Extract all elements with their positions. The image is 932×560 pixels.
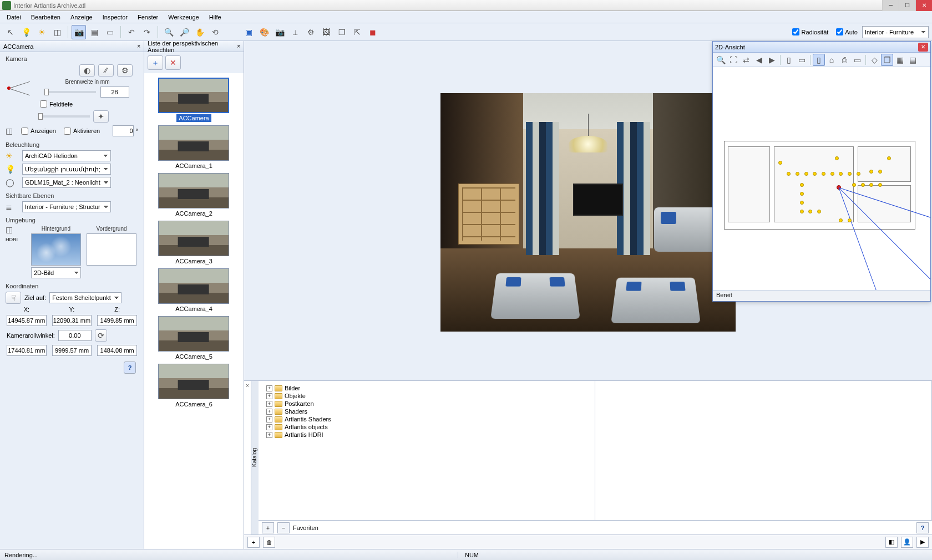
catalog-close-button[interactable]: ×: [244, 381, 251, 534]
view-thumb[interactable]: ACCamera_5: [158, 316, 230, 360]
dof-slider[interactable]: [40, 115, 90, 118]
tool-image[interactable]: 🖼: [319, 25, 333, 39]
view-thumb[interactable]: ACCamera_3: [158, 221, 230, 265]
menu-inspector[interactable]: Inspector: [98, 12, 132, 22]
light-marker[interactable]: [887, 156, 891, 160]
v2d-screen[interactable]: ▭: [851, 54, 863, 66]
view-thumb[interactable]: ACCamera_4: [158, 268, 230, 313]
focal-slider[interactable]: [46, 91, 96, 93]
tool-red[interactable]: ◼: [366, 25, 380, 39]
view2d-close-button[interactable]: ✕: [918, 43, 928, 52]
v2d-prev[interactable]: ◀: [753, 54, 765, 66]
neon-select[interactable]: GDLM15_Mat_2 : Neonlicht; Brick-...: [22, 177, 111, 188]
v2d-top[interactable]: ▯: [813, 54, 825, 66]
window-maximize-button[interactable]: ☐: [899, 0, 915, 11]
light-marker[interactable]: [830, 172, 834, 176]
menu-hilfe[interactable]: Hilfe: [205, 12, 226, 22]
menu-anzeige[interactable]: Anzeige: [66, 12, 97, 22]
tool-zoom-in[interactable]: 🔍: [161, 25, 176, 39]
layers-select[interactable]: Interior - Furniture ; Structural - B...: [22, 201, 111, 212]
tree-item[interactable]: +Artlantis Shaders: [261, 415, 592, 423]
view-thumb[interactable]: ACCamera_1: [158, 125, 230, 170]
light-marker[interactable]: [852, 183, 856, 187]
menu-fenster[interactable]: Fenster: [133, 12, 163, 22]
tree-item[interactable]: +Bilder: [261, 384, 592, 392]
pick-target-button[interactable]: ☟: [6, 292, 21, 304]
light-marker[interactable]: [800, 192, 804, 196]
dof-checkbox[interactable]: [40, 100, 47, 108]
light-marker[interactable]: [861, 183, 865, 187]
timeline-delete-button[interactable]: 🗑: [263, 537, 275, 548]
tree-item[interactable]: +Artlantis HDRI: [261, 431, 592, 439]
v2d-grid[interactable]: ▦: [894, 54, 906, 66]
env-hdri-button[interactable]: HDRI: [6, 236, 26, 242]
light-marker[interactable]: [778, 161, 782, 165]
tool-cube[interactable]: ◫: [50, 25, 64, 39]
light-marker[interactable]: [800, 183, 804, 187]
panel-close-button[interactable]: ×: [237, 43, 240, 49]
tool-zoom-out[interactable]: 🔎: [177, 25, 191, 39]
roll-reset-button[interactable]: ⟳: [95, 329, 107, 342]
target-select[interactable]: Festem Scheitelpunkt: [49, 292, 121, 303]
timeline-person-button[interactable]: 👤: [901, 537, 913, 548]
angle-input[interactable]: [113, 125, 134, 136]
view-thumb[interactable]: ACCamera_2: [158, 173, 230, 217]
delete-view-button[interactable]: ✕: [165, 55, 181, 70]
coord-x1[interactable]: [7, 315, 47, 326]
v2d-next[interactable]: ▶: [766, 54, 778, 66]
env-3d-button[interactable]: ◫: [6, 226, 26, 233]
lightset-select[interactable]: Մեջանցքի լուսամփոփ; Մեջանցք...: [22, 164, 111, 175]
focal-input[interactable]: [100, 86, 129, 98]
tool-batch[interactable]: ❐: [335, 25, 349, 39]
v2d-outline[interactable]: ◇: [868, 54, 880, 66]
heliodon-select[interactable]: ArchiCAD Heliodon: [22, 150, 111, 161]
v2d-link[interactable]: ⇄: [740, 54, 752, 66]
menu-bearbeiten[interactable]: Bearbeiten: [27, 12, 65, 22]
tree-item[interactable]: +Postkarten: [261, 400, 592, 408]
tool-export[interactable]: ⇱: [350, 25, 364, 39]
fav-add-button[interactable]: +: [262, 522, 274, 533]
camera-angle-widget[interactable]: [6, 79, 33, 98]
light-marker[interactable]: [878, 170, 882, 174]
fav-help-button[interactable]: ?: [916, 522, 929, 533]
tool-bulb[interactable]: 💡: [19, 25, 33, 39]
tool-undo[interactable]: ↶: [124, 25, 139, 39]
tool-camera-perspective[interactable]: 📷: [72, 25, 86, 39]
tone-button[interactable]: ◐: [79, 64, 95, 77]
v2d-zoom[interactable]: 🔍: [715, 54, 727, 66]
add-view-button[interactable]: ＋: [148, 55, 163, 70]
tree-item[interactable]: +Artlantis objects: [261, 423, 592, 431]
tool-rotate[interactable]: ⟲: [208, 25, 222, 39]
settings-button[interactable]: ⚙: [117, 64, 133, 77]
tree-item[interactable]: +Shaders: [261, 408, 592, 415]
tree-item[interactable]: +Objekte: [261, 392, 592, 400]
roll-input[interactable]: [58, 330, 92, 341]
timeline-play-button[interactable]: ▶: [916, 537, 929, 548]
light-marker[interactable]: [857, 172, 860, 176]
show-checkbox[interactable]: [21, 128, 28, 135]
coord-y1[interactable]: [52, 315, 92, 326]
v2d-side[interactable]: ▯: [783, 54, 795, 66]
light-marker[interactable]: [835, 156, 839, 160]
v2d-fit[interactable]: ⛶: [727, 54, 739, 66]
timeline-add-button[interactable]: +: [247, 537, 260, 548]
coord-z2[interactable]: [97, 345, 137, 356]
window-minimize-button[interactable]: ─: [882, 0, 899, 11]
light-marker[interactable]: [822, 172, 825, 176]
light-marker[interactable]: [878, 183, 882, 187]
light-marker[interactable]: [796, 172, 799, 176]
light-marker[interactable]: [848, 172, 852, 176]
tool-palette[interactable]: 🎨: [257, 25, 271, 39]
preset-select[interactable]: Interior - Furniture: [862, 26, 929, 38]
activate-checkbox[interactable]: [64, 128, 71, 135]
tool-doc[interactable]: ▭: [103, 25, 117, 39]
tool-settings[interactable]: ⚙: [303, 25, 318, 39]
light-marker[interactable]: [804, 172, 808, 176]
tool-sun[interactable]: ☀: [34, 25, 49, 39]
tool-parallel[interactable]: ▤: [87, 25, 102, 39]
catalog-tree[interactable]: +Bilder+Objekte+Postkarten+Shaders+Artla…: [259, 381, 595, 520]
background-thumb[interactable]: [31, 233, 81, 266]
v2d-print[interactable]: ⎙: [838, 54, 850, 66]
window-close-button[interactable]: ✕: [915, 0, 932, 11]
view2d-window[interactable]: 2D-Ansicht✕ 🔍 ⛶ ⇄ ◀ ▶ ▯ ▭ ▯ ⌂ ⎙ ▭ ◇ ❐ ▦ …: [712, 41, 931, 302]
